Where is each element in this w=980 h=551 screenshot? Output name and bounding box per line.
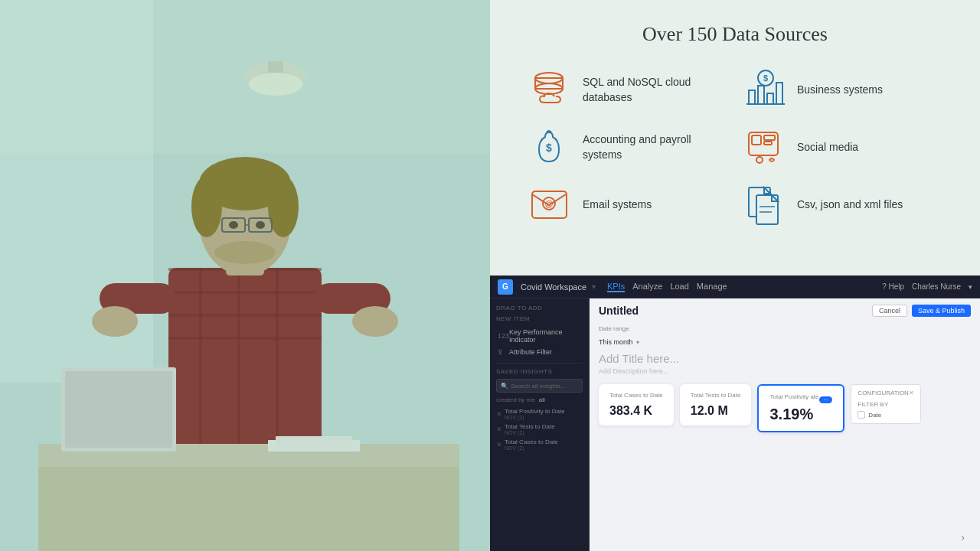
- svg-rect-43: [767, 93, 773, 104]
- header-buttons: Cancel Save & Publish: [872, 305, 971, 317]
- database-cloud-icon: [528, 69, 570, 111]
- data-sources-grid: SQL and NoSQL cloud databases $ Business: [528, 69, 942, 226]
- svg-rect-49: [764, 135, 775, 140]
- configuration-panel: CONFIGURATION ✕ FILTER BY Date: [851, 384, 921, 424]
- files-label: Csv, json and xml files: [797, 197, 903, 213]
- svg-rect-48: [752, 135, 761, 145]
- config-panel-header: CONFIGURATION ✕: [858, 390, 914, 396]
- user-menu[interactable]: Charles Nurse: [912, 282, 961, 291]
- nav-analyze[interactable]: Analyze: [632, 282, 662, 292]
- filter-icon: ⊻: [498, 348, 505, 356]
- date-dropdown-icon[interactable]: ▾: [636, 339, 639, 346]
- sql-label: SQL and NoSQL cloud databases: [583, 75, 727, 105]
- filter-by-label: FILTER BY: [858, 401, 914, 408]
- money-bag-icon: $: [528, 126, 570, 168]
- remove-icon-3[interactable]: ✕: [496, 441, 502, 448]
- add-description-placeholder[interactable]: Add Description here...: [599, 367, 971, 375]
- drag-to-add-label: Drag to add: [496, 305, 583, 311]
- dashboard-body: Drag to add NEW ITEM 123 Key Performance…: [490, 298, 980, 551]
- date-range-value[interactable]: This month: [599, 338, 633, 346]
- svg-rect-41: [749, 90, 755, 104]
- kpi-tests-label: Total Tests to Date: [691, 392, 741, 399]
- insight-3-date: NOV (2): [505, 445, 558, 451]
- insight-1-date: NOV (2): [505, 415, 565, 420]
- kpi-positivity-label: Total Positivity ate: [769, 393, 818, 401]
- insight-cases[interactable]: ✕ Total Cases to Date NOV (2): [496, 437, 583, 452]
- svg-rect-35: [0, 0, 490, 551]
- business-label: Business systems: [797, 83, 883, 98]
- sidebar-kpi-item[interactable]: 123 Key Performance Indicator: [496, 326, 583, 346]
- data-sources-section: Over 150 Data Sources SQL and NoSQL clou…: [490, 0, 980, 276]
- kpi-cards-row: Total Cases to Date 383.4 K Total Tests …: [599, 384, 971, 432]
- remove-icon-2[interactable]: ✕: [496, 425, 502, 433]
- search-placeholder: Search all insights...: [511, 383, 566, 390]
- kpi-card-cases[interactable]: Total Cases to Date 383.4 K: [599, 384, 674, 425]
- filter-date-checkbox[interactable]: Date: [858, 411, 914, 419]
- date-range-row: Date range This month ▾: [599, 320, 971, 347]
- svg-rect-42: [758, 86, 764, 104]
- email-label: Email systems: [583, 197, 652, 213]
- nav-items: KPIs Analyze Load Manage: [607, 282, 727, 292]
- main-header: Untitled Cancel Save & Publish: [599, 305, 971, 317]
- nav-manage[interactable]: Manage: [697, 282, 727, 292]
- office-photo-background: [0, 0, 490, 551]
- kpi-page-title: Untitled: [599, 305, 639, 317]
- new-item-label: NEW ITEM: [496, 315, 583, 322]
- nav-right-area: ? Help Charles Nurse ▾: [882, 282, 972, 291]
- help-link[interactable]: ? Help: [882, 282, 904, 291]
- insight-2-date: NOV (2): [505, 430, 555, 435]
- created-all-label[interactable]: all: [539, 396, 545, 403]
- insight-3-label: Total Cases to Date: [505, 439, 558, 445]
- nav-kpis[interactable]: KPIs: [607, 282, 625, 292]
- kpi-cases-value: 383.4 K: [609, 404, 663, 418]
- email-icon: @: [528, 184, 570, 226]
- dashboard-navbar: G Covid Workspace ▾ KPIs Analyze Load Ma…: [490, 276, 980, 298]
- remove-icon-1[interactable]: ✕: [496, 410, 502, 418]
- kpi-positivity-value: 3.19%: [769, 406, 832, 423]
- sidebar-divider: [496, 363, 583, 364]
- kpi-icon: 123: [498, 332, 505, 340]
- svg-rect-44: [776, 83, 782, 104]
- left-photo-panel: [0, 0, 490, 551]
- cancel-button[interactable]: Cancel: [872, 305, 907, 317]
- social-media-icon: [743, 126, 785, 168]
- insights-search[interactable]: 🔍 Search all insights...: [496, 379, 583, 393]
- right-panel: Over 150 Data Sources SQL and NoSQL clou…: [490, 0, 980, 551]
- created-by-label[interactable]: created by me: [496, 396, 535, 403]
- positivity-config-toggle[interactable]: ···: [819, 396, 833, 403]
- date-range-label: Date range: [599, 325, 629, 332]
- sidebar-filter-item[interactable]: ⊻ Attribute Filter: [496, 346, 583, 358]
- insight-positivity[interactable]: ✕ Total Positivity to Date NOV (2): [496, 406, 583, 422]
- add-title-placeholder[interactable]: Add Title here...: [599, 352, 971, 365]
- data-item-business: $ Business systems: [743, 69, 942, 111]
- dashboard-section: G Covid Workspace ▾ KPIs Analyze Load Ma…: [490, 276, 980, 551]
- workspace-name: Covid Workspace: [521, 282, 586, 292]
- date-filter-label: Date: [868, 412, 881, 419]
- dashboard-sidebar: Drag to add NEW ITEM 123 Key Performance…: [490, 298, 590, 551]
- save-publish-button[interactable]: Save & Publish: [912, 305, 971, 317]
- svg-text:$: $: [763, 73, 768, 83]
- data-item-accounting: $ Accounting and payroll systems: [528, 126, 727, 168]
- nav-load[interactable]: Load: [670, 282, 688, 292]
- data-item-social: Social media: [743, 126, 942, 168]
- svg-rect-56: [756, 195, 778, 224]
- date-checkbox-input[interactable]: [858, 411, 865, 419]
- user-dropdown-icon[interactable]: ▾: [969, 283, 972, 291]
- kpi-card-positivity[interactable]: Total Positivity ate ··· 3.19%: [757, 384, 844, 432]
- accounting-label: Accounting and payroll systems: [583, 132, 727, 162]
- next-chevron[interactable]: ›: [961, 531, 965, 543]
- kpi-item-label: Key Performance Indicator: [509, 328, 581, 344]
- insight-tests[interactable]: ✕ Total Tests to Date NOV (2): [496, 422, 583, 437]
- insight-2-label: Total Tests to Date: [505, 423, 555, 430]
- svg-text:$: $: [546, 142, 552, 154]
- workspace-dropdown-icon[interactable]: ▾: [592, 282, 596, 291]
- kpi-tests-value: 12.0 M: [691, 404, 741, 418]
- kpi-card-tests[interactable]: Total Tests to Date 12.0 M: [680, 384, 752, 425]
- filter-item-label: Attribute Filter: [509, 348, 552, 356]
- config-title: CONFIGURATION: [858, 390, 909, 396]
- svg-text:@: @: [545, 199, 554, 208]
- section-title: Over 150 Data Sources: [528, 23, 942, 46]
- dashboard-main: Untitled Cancel Save & Publish Date rang…: [590, 298, 980, 551]
- config-close-button[interactable]: ✕: [909, 390, 914, 396]
- data-item-sql: SQL and NoSQL cloud databases: [528, 69, 727, 111]
